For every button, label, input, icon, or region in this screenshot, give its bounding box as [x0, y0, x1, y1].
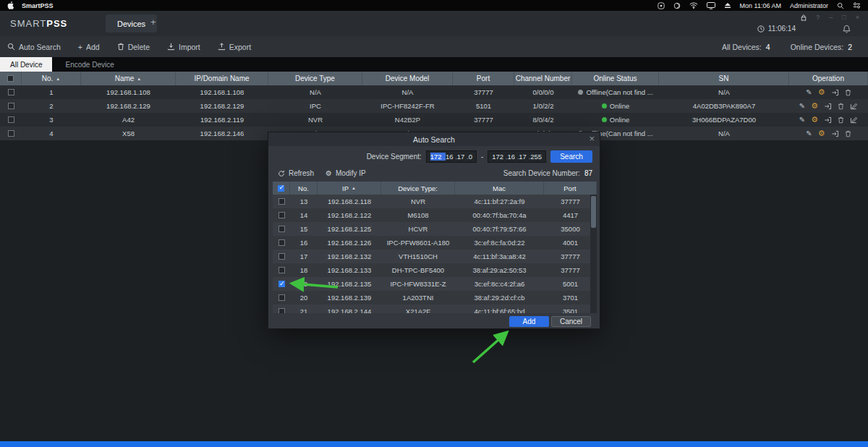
refresh-icon — [278, 170, 285, 177]
tab-all-device[interactable]: All Device — [0, 57, 52, 72]
export-button[interactable]: Export — [218, 43, 251, 51]
col-header-no[interactable]: No. — [290, 182, 318, 195]
list-item-selected[interactable]: 19 192.168.2.135 IPC-HFW8331E-Z 3c:ef:8c… — [273, 277, 597, 291]
list-item[interactable]: 16 192.168.2.126 IPC-PFW8601-A180 3c:ef:… — [273, 236, 597, 250]
app-titlebar: SMARTPSS Devices + ? – □ × 11:06:14 — [0, 11, 868, 36]
lock-icon[interactable] — [801, 14, 807, 21]
edit-channel-icon[interactable] — [850, 103, 858, 110]
col-header-ip[interactable]: IP▲ — [318, 182, 381, 195]
select-all-checkbox[interactable] — [278, 185, 284, 192]
device-config-icon[interactable]: ⚙ — [811, 102, 818, 110]
delete-device-icon[interactable] — [845, 130, 851, 137]
edit-channel-icon[interactable] — [850, 116, 858, 124]
edit-device-icon[interactable]: ✎ — [806, 89, 812, 96]
device-config-icon[interactable]: ⚙ — [811, 116, 818, 124]
ip-range-end-input[interactable]: 1721617255 — [488, 150, 546, 163]
maximize-icon[interactable]: □ — [842, 14, 846, 21]
table-row[interactable]: 2 192.168.2.129 192.168.2.129 IPC IPC-HF… — [0, 99, 868, 113]
list-item[interactable]: 18 192.168.2.133 DH-TPC-BF5400 38:af:29:… — [273, 263, 597, 277]
row-checkbox[interactable] — [8, 103, 14, 109]
row-checkbox[interactable] — [278, 212, 285, 218]
table-row[interactable]: 1 192.168.1.108 192.168.1.108 N/A N/A 37… — [0, 85, 868, 99]
scrollbar-track[interactable] — [590, 195, 597, 313]
menubar-app-name[interactable]: SmartPSS — [22, 2, 54, 9]
help-icon[interactable]: ? — [816, 14, 820, 21]
edit-device-icon[interactable]: ✎ — [799, 103, 805, 110]
add-device-button[interactable]: + Add — [78, 43, 100, 51]
row-checkbox[interactable] — [8, 89, 14, 95]
delete-device-icon[interactable] — [838, 116, 844, 124]
row-checkbox[interactable] — [278, 198, 285, 205]
col-header-port[interactable]: Port — [544, 182, 597, 195]
list-item[interactable]: 15 192.168.2.125 HCVR 00:40:7f:79:57:66 … — [273, 222, 597, 236]
add-button[interactable]: Add — [509, 316, 549, 327]
edit-device-icon[interactable]: ✎ — [806, 130, 812, 137]
control-center-icon[interactable] — [853, 2, 861, 9]
row-checkbox[interactable] — [278, 294, 285, 301]
new-tab-button[interactable]: + — [150, 17, 156, 27]
row-checkbox[interactable] — [278, 226, 285, 232]
tab-devices[interactable]: Devices — [106, 14, 157, 33]
col-header-ip[interactable]: IP/Domain Name — [176, 72, 268, 85]
list-item[interactable]: 13 192.168.2.118 NVR 4c:11:bf:27:2a:f9 3… — [273, 195, 597, 208]
col-header-sn[interactable]: SN — [659, 72, 789, 85]
delete-device-icon[interactable] — [845, 89, 851, 96]
minimize-icon[interactable]: – — [829, 14, 833, 21]
device-config-icon[interactable]: ⚙ — [818, 129, 825, 137]
close-icon[interactable]: × — [856, 14, 859, 21]
list-item[interactable]: 14 192.168.2.122 M6108 00:40:7f:ba:70:4a… — [273, 208, 597, 222]
dialog-close-icon[interactable]: × — [589, 133, 595, 144]
eject-icon[interactable] — [724, 2, 731, 9]
row-checkbox[interactable] — [8, 116, 14, 123]
row-checkbox-checked[interactable] — [278, 281, 285, 287]
login-device-icon[interactable] — [831, 89, 839, 96]
col-header-device-type[interactable]: Device Type: — [381, 182, 455, 195]
row-checkbox[interactable] — [278, 239, 285, 246]
col-header-name[interactable]: Name▲ — [81, 72, 176, 85]
apple-menu-icon[interactable] — [7, 1, 14, 9]
col-header-channel[interactable]: Channel Number — [514, 72, 572, 85]
status-app-icon-1[interactable] — [658, 2, 665, 9]
row-checkbox[interactable] — [278, 253, 285, 260]
row-checkbox[interactable] — [278, 267, 285, 273]
col-header-online-status[interactable]: Online Status — [572, 72, 659, 85]
col-header-mac[interactable]: Mac — [455, 182, 544, 195]
menubar-user[interactable]: Administrator — [790, 2, 828, 9]
col-header-device-type[interactable]: Device Type — [268, 72, 362, 85]
wifi-icon[interactable] — [689, 2, 698, 9]
modify-ip-button[interactable]: ⚙ Modify IP — [326, 169, 366, 177]
login-device-icon[interactable] — [831, 130, 839, 137]
logout-device-icon[interactable] — [824, 116, 832, 124]
macos-menubar: SmartPSS Mon 11:06 AM Administrator — [0, 0, 868, 11]
display-icon[interactable] — [707, 2, 715, 9]
import-button[interactable]: Import — [167, 43, 200, 51]
select-all-checkbox[interactable] — [7, 75, 14, 82]
list-item[interactable]: 20 192.168.2.139 1A203TNI 38:af:29:2d:cf… — [273, 291, 597, 305]
tab-encode-device[interactable]: Encode Device — [52, 57, 127, 72]
row-checkbox[interactable] — [8, 130, 14, 137]
col-header-no[interactable]: No.▲ — [22, 72, 81, 85]
alarm-bell-icon[interactable] — [843, 25, 851, 33]
refresh-button[interactable]: Refresh — [278, 169, 314, 177]
table-row[interactable]: 3 A42 192.168.2.119 NVR N42B2P 37777 8/0… — [0, 113, 868, 127]
col-header-port[interactable]: Port — [453, 72, 514, 85]
auto-search-button[interactable]: Auto Search — [7, 43, 61, 51]
logout-device-icon[interactable] — [824, 103, 832, 110]
search-result-table: No. IP▲ Device Type: Mac Port 13 192.168… — [273, 182, 597, 313]
search-button[interactable]: Search — [550, 150, 592, 163]
edit-device-icon[interactable]: ✎ — [799, 116, 805, 124]
scrollbar-thumb[interactable] — [591, 196, 596, 228]
device-config-icon[interactable]: ⚙ — [818, 88, 825, 96]
menubar-clock[interactable]: Mon 11:06 AM — [740, 2, 781, 9]
cancel-button[interactable]: Cancel — [551, 316, 591, 327]
list-item[interactable]: 21 192.168.2.144 X21A2F 4c:11:bf:6f:65:b… — [273, 305, 597, 313]
col-header-device-model[interactable]: Device Model — [362, 72, 453, 85]
list-item[interactable]: 17 192.168.2.132 VTH1510CH 4c:11:bf:3a:a… — [273, 250, 597, 263]
spotlight-search-icon[interactable] — [837, 2, 844, 9]
row-checkbox[interactable] — [278, 308, 285, 313]
status-app-icon-2[interactable] — [673, 2, 681, 9]
delete-device-button[interactable]: Delete — [117, 43, 150, 51]
delete-device-icon[interactable] — [838, 103, 844, 110]
ip-range-start-input[interactable]: 17216170 — [426, 150, 477, 163]
clock-icon — [757, 25, 765, 33]
